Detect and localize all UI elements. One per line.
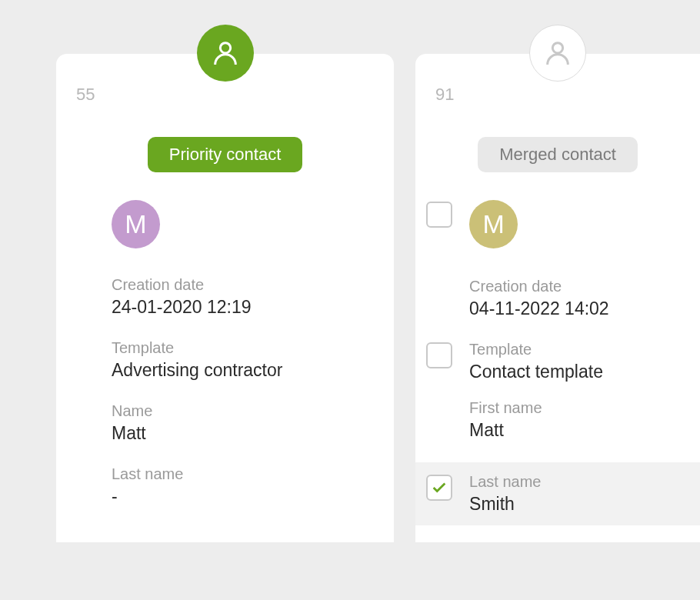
field-value: Advertising contractor	[112, 360, 374, 381]
field-value: 04-11-2022 14:02	[469, 298, 683, 319]
template-field: Template Advertising contractor	[112, 339, 374, 381]
svg-point-0	[220, 43, 230, 53]
priority-badge: Priority contact	[148, 137, 303, 172]
merged-badge: Merged contact	[478, 137, 638, 172]
user-icon-badge	[197, 25, 254, 82]
field-label: Creation date	[469, 278, 683, 295]
field-label: Last name	[112, 465, 374, 483]
avatar: M	[469, 200, 518, 248]
creation-date-field: Creation date 04-11-2022 14:02	[426, 278, 683, 319]
first-name-field: First name Matt	[426, 399, 683, 441]
field-label: Template	[469, 341, 683, 358]
field-value: Smith	[469, 494, 683, 515]
merged-contact-card: 91 Merged contact M Creation date 04-11-…	[415, 54, 700, 542]
svg-point-1	[552, 43, 562, 53]
field-label: Last name	[469, 473, 683, 491]
field-value: Matt	[112, 423, 374, 444]
priority-contact-card: 55 Priority contact M Creation date 24-0…	[56, 54, 394, 542]
person-icon	[542, 38, 573, 68]
field-label: First name	[469, 399, 683, 417]
card-number: 55	[76, 85, 95, 105]
field-value: 24-01-2020 12:19	[112, 297, 374, 318]
last-name-checkbox[interactable]	[426, 475, 452, 501]
card-number: 91	[435, 85, 454, 105]
field-value: Contact template	[469, 362, 683, 382]
check-icon	[431, 479, 448, 496]
field-label: Creation date	[112, 276, 374, 294]
template-checkbox[interactable]	[426, 342, 452, 368]
last-name-row: Last name Smith	[415, 462, 700, 525]
last-name-field: Last name -	[112, 465, 374, 507]
template-row: Template Contact template	[426, 341, 683, 382]
avatar-checkbox[interactable]	[426, 202, 452, 228]
person-icon	[210, 38, 241, 68]
avatar: M	[112, 200, 160, 248]
name-field: Name Matt	[112, 402, 374, 444]
field-value: Matt	[469, 420, 683, 441]
creation-date-field: Creation date 24-01-2020 12:19	[112, 276, 374, 318]
field-label: Template	[112, 339, 374, 357]
user-icon-badge	[529, 25, 586, 82]
field-label: Name	[112, 402, 374, 420]
field-value: -	[112, 486, 374, 507]
